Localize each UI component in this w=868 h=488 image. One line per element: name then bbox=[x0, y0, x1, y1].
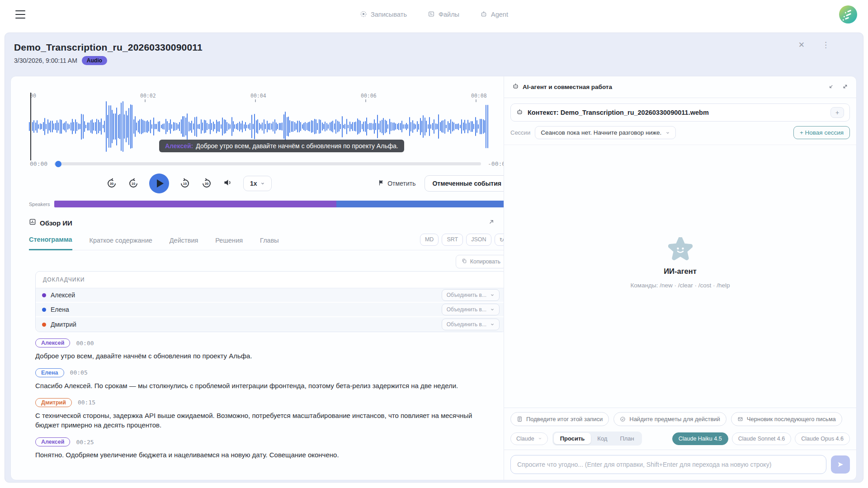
waveform-bar bbox=[481, 119, 482, 134]
action-items-chip[interactable]: Найдите предметы для действий bbox=[613, 412, 726, 426]
agent-star-icon bbox=[668, 237, 693, 262]
skip-back-30-button[interactable]: 30 bbox=[106, 178, 118, 189]
top-bar: Записывать Файлы Agent bbox=[0, 0, 868, 29]
waveform-bar bbox=[269, 123, 270, 131]
speaker-badge[interactable]: Елена bbox=[35, 368, 64, 377]
waveform-bar bbox=[141, 119, 142, 134]
copy-label: Копировать bbox=[470, 258, 500, 265]
workspace: 00 00:02 00:04 00:06 00:08 Алексей:Добро… bbox=[10, 76, 857, 480]
speaker-badge[interactable]: Дмитрий bbox=[35, 398, 72, 407]
waveform-bar bbox=[38, 124, 39, 129]
export-srt-button[interactable]: SRT bbox=[442, 234, 463, 246]
merge-speaker-select[interactable]: Объединить в... bbox=[442, 319, 500, 330]
waveform-bar bbox=[268, 123, 269, 130]
waveform-bar bbox=[425, 117, 425, 136]
waveform-bar bbox=[291, 121, 292, 132]
skip-forward-10-button[interactable]: 10 bbox=[179, 178, 191, 189]
chat-input[interactable] bbox=[510, 455, 826, 474]
waveform-bar bbox=[314, 119, 315, 134]
waveform-bar bbox=[267, 121, 268, 132]
top-nav: Записывать Файлы Agent bbox=[360, 10, 508, 19]
sessions-select[interactable]: Сеансов пока нет. Начните разговор ниже. bbox=[535, 126, 676, 139]
merge-speaker-select[interactable]: Объединить в... bbox=[442, 304, 500, 315]
waveform-bar bbox=[294, 122, 295, 131]
summarize-chip[interactable]: Подведите итог этой записи bbox=[510, 412, 609, 426]
speaker-badge[interactable]: Алексей bbox=[35, 437, 70, 446]
speaker-segment[interactable] bbox=[54, 201, 336, 207]
waveform-bar bbox=[378, 123, 379, 129]
nav-record[interactable]: Записывать bbox=[360, 10, 407, 19]
entry-timestamp[interactable]: 00:05 bbox=[70, 369, 88, 376]
speaker-segment[interactable] bbox=[336, 201, 504, 207]
waveform-bar bbox=[386, 121, 387, 132]
skip-back-10-button[interactable]: 10 bbox=[127, 178, 139, 189]
expand-icon[interactable] bbox=[503, 219, 504, 227]
waveform-bar bbox=[69, 124, 70, 129]
speaker-segments-bar[interactable] bbox=[54, 201, 504, 207]
new-session-button[interactable]: + Новая сессия bbox=[793, 126, 850, 139]
waveform-bar bbox=[47, 119, 48, 134]
seek-bar[interactable] bbox=[54, 162, 481, 165]
playback-speed-button[interactable]: 1x bbox=[243, 176, 272, 191]
waveform-bar bbox=[241, 123, 241, 130]
close-icon[interactable]: ✕ bbox=[798, 41, 805, 49]
mark-button[interactable]: Отметить bbox=[378, 179, 415, 188]
mode-plan[interactable]: План bbox=[613, 433, 640, 444]
playhead-cursor[interactable] bbox=[30, 93, 31, 160]
waveform-bar bbox=[219, 121, 220, 132]
waveform-bar bbox=[135, 116, 136, 137]
menu-icon[interactable] bbox=[15, 10, 25, 19]
model-claude-haiku[interactable]: Claude Haiku 4.5 bbox=[672, 432, 728, 445]
waveform-bar bbox=[221, 124, 222, 129]
waveform-bar bbox=[437, 124, 438, 129]
waveform-bar bbox=[337, 121, 338, 133]
open-external-icon[interactable] bbox=[488, 219, 495, 227]
add-context-button[interactable]: + bbox=[830, 107, 844, 118]
mode-ask[interactable]: Просить bbox=[554, 433, 591, 444]
app-logo[interactable] bbox=[839, 5, 857, 23]
waveform-bar bbox=[57, 120, 57, 133]
transcript-entry: Дмитрий 00:15 С технической стороны, зад… bbox=[35, 398, 504, 431]
collapse-icon[interactable] bbox=[828, 83, 834, 91]
entry-timestamp[interactable]: 00:00 bbox=[76, 340, 94, 347]
refresh-button[interactable]: ↻ bbox=[495, 234, 504, 246]
play-button[interactable] bbox=[149, 174, 169, 193]
chevron-down-icon bbox=[490, 307, 495, 312]
tab-summary[interactable]: Краткое содержание bbox=[90, 237, 152, 250]
send-button[interactable] bbox=[831, 455, 850, 474]
waveform-bar bbox=[71, 122, 71, 131]
seek-knob[interactable] bbox=[55, 161, 61, 167]
waveform-bar bbox=[312, 121, 313, 132]
provider-select[interactable]: Claude bbox=[510, 432, 548, 445]
nav-agent[interactable]: Agent bbox=[480, 10, 508, 19]
waveform[interactable]: Алексей:Доброе утро всем, давайте начнём… bbox=[29, 100, 491, 153]
speaker-badge[interactable]: Алексей bbox=[35, 338, 70, 347]
marked-events-button[interactable]: Отмеченные события bbox=[425, 175, 504, 192]
speaker-color-dot bbox=[42, 293, 46, 297]
model-claude-sonnet[interactable]: Claude Sonnet 4.6 bbox=[732, 432, 792, 445]
mode-code[interactable]: Код bbox=[591, 433, 613, 444]
export-md-button[interactable]: MD bbox=[420, 234, 439, 246]
copy-button[interactable]: Копировать bbox=[456, 255, 504, 268]
nav-files[interactable]: Файлы bbox=[428, 10, 459, 19]
entry-timestamp[interactable]: 00:25 bbox=[76, 439, 94, 446]
waveform-bar bbox=[421, 121, 422, 132]
volume-icon[interactable] bbox=[222, 177, 233, 190]
tab-transcript[interactable]: Стенограмма bbox=[29, 236, 72, 250]
draft-email-chip[interactable]: Черновик последующего письма bbox=[731, 412, 842, 426]
document-card: Demo_Transcription_ru_20260330090011 3/3… bbox=[5, 33, 863, 483]
timeline-ruler: 00 00:02 00:04 00:06 00:08 bbox=[29, 93, 491, 100]
tab-decisions[interactable]: Решения bbox=[215, 237, 243, 250]
tab-actions[interactable]: Действия bbox=[170, 237, 198, 250]
expand-icon[interactable] bbox=[842, 83, 848, 91]
waveform-bar bbox=[274, 119, 275, 134]
tab-chapters[interactable]: Главы bbox=[260, 237, 279, 250]
entry-timestamp[interactable]: 00:15 bbox=[78, 399, 95, 406]
export-json-button[interactable]: JSON bbox=[466, 234, 491, 246]
waveform-bar bbox=[472, 121, 473, 132]
model-claude-opus[interactable]: Claude Opus 4.6 bbox=[795, 432, 850, 445]
kebab-menu-icon[interactable]: ⋮ bbox=[822, 41, 830, 49]
skip-forward-30-button[interactable]: 30 bbox=[201, 178, 212, 189]
merge-speaker-select[interactable]: Объединить в... bbox=[442, 289, 500, 301]
waveform-bar bbox=[127, 115, 128, 138]
